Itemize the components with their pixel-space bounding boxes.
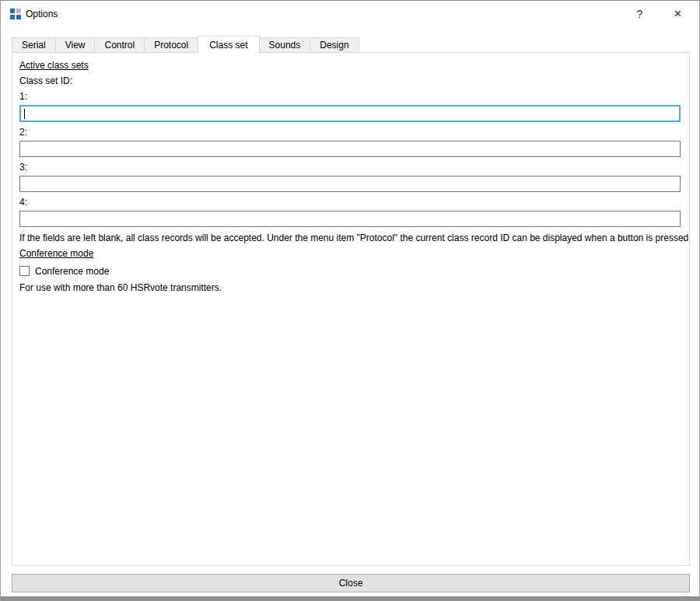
text-caret	[24, 109, 25, 119]
hsrvote-note-text: For use with more than 60 HSRvote transm…	[19, 282, 682, 294]
window-title: Options	[26, 2, 58, 26]
tab-view[interactable]: View	[55, 37, 96, 53]
conference-mode-row: Conference mode	[19, 265, 682, 277]
class-set-tab-panel: Active class sets Class set ID: 1: 2: 3:…	[12, 52, 690, 566]
class-set-id-label: Class set ID:	[19, 75, 682, 87]
field-label-4: 4:	[19, 197, 682, 208]
tab-bar: Serial View Control Protocol Class set S…	[12, 35, 359, 53]
active-class-sets-heading: Active class sets	[19, 60, 682, 72]
class-set-input-2[interactable]	[19, 141, 681, 157]
close-window-icon[interactable]: ✕	[660, 2, 695, 26]
conference-mode-checkbox-label: Conference mode	[35, 266, 109, 277]
app-window-icon[interactable]	[10, 9, 22, 20]
class-set-input-3[interactable]	[19, 176, 681, 192]
tab-sounds[interactable]: Sounds	[259, 37, 311, 53]
close-button[interactable]: Close	[12, 574, 690, 592]
icon-square	[10, 9, 15, 13]
field-label-3: 3:	[19, 162, 682, 173]
tab-serial[interactable]: Serial	[12, 37, 56, 53]
options-dialog: { "window": { "title": "Options", "help_…	[0, 0, 700, 601]
class-set-input-4[interactable]	[19, 211, 681, 227]
tab-protocol[interactable]: Protocol	[144, 37, 198, 53]
window-bottom-edge	[1, 596, 699, 601]
class-set-input-1[interactable]	[19, 105, 681, 122]
title-bar: Options ? ✕	[1, 2, 699, 26]
help-button[interactable]: ?	[622, 2, 657, 26]
field-label-1: 1:	[19, 91, 682, 103]
conference-mode-heading: Conference mode	[19, 248, 682, 260]
conference-mode-checkbox[interactable]	[19, 266, 30, 276]
tab-control[interactable]: Control	[94, 37, 145, 53]
icon-square	[16, 15, 21, 19]
blank-fields-info-text: If the fields are left blank, all class …	[19, 232, 682, 244]
icon-square	[16, 9, 21, 13]
tab-class-set[interactable]: Class set	[198, 36, 259, 54]
icon-square	[10, 15, 15, 19]
field-label-2: 2:	[19, 127, 682, 138]
tab-design[interactable]: Design	[310, 37, 359, 53]
